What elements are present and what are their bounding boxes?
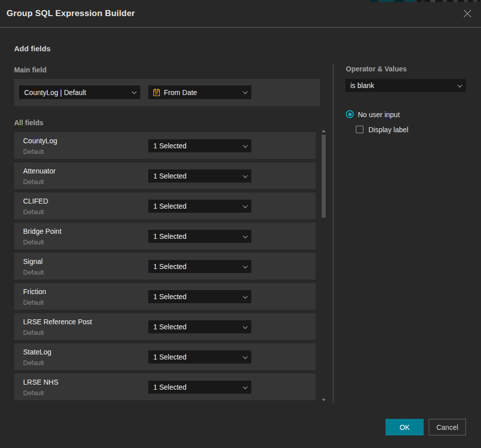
main-field-source-value: CountyLog | Default xyxy=(24,88,132,97)
field-selected-value: 1 Selected xyxy=(153,353,243,361)
main-field-field-value: From Date xyxy=(164,88,243,97)
main-field-source-select[interactable]: CountyLog | Default xyxy=(19,85,140,99)
group-sql-expression-builder-dialog: Group SQL Expression Builder Add fields … xyxy=(0,0,481,448)
all-fields-label: All fields xyxy=(14,119,43,127)
field-selected-value: 1 Selected xyxy=(153,262,243,271)
background-app-fragment xyxy=(443,0,447,2)
background-app-fragment xyxy=(379,0,394,2)
field-subtitle: Default xyxy=(23,238,44,246)
field-name: CountyLog xyxy=(23,137,57,145)
background-app-fragment xyxy=(417,0,421,2)
field-selected-value: 1 Selected xyxy=(153,172,243,180)
background-app-fragment xyxy=(370,0,377,2)
chevron-down-icon xyxy=(243,354,248,359)
scrollbar-down-arrow-icon[interactable] xyxy=(322,399,326,401)
operator-values-label: Operator & Values xyxy=(346,65,407,73)
field-row: FrictionDefault1 Selected xyxy=(14,283,316,310)
field-row: StateLogDefault1 Selected xyxy=(14,343,316,370)
field-row: Bridge PointDefault1 Selected xyxy=(14,223,316,249)
chevron-down-icon xyxy=(243,324,248,329)
no-user-input-label: No user input xyxy=(358,111,400,119)
field-subtitle: Default xyxy=(23,359,44,367)
field-name: CLIFED xyxy=(23,197,48,205)
background-app-fragment xyxy=(464,0,468,2)
chevron-down-icon xyxy=(243,294,248,299)
field-selected-select[interactable]: 1 Selected xyxy=(148,290,251,303)
field-selected-select[interactable]: 1 Selected xyxy=(148,169,251,183)
radio-dot xyxy=(348,113,352,116)
cancel-button[interactable]: Cancel xyxy=(429,419,466,435)
chevron-down-icon xyxy=(132,89,137,94)
background-app-fragment xyxy=(430,0,435,2)
background-app-fragment xyxy=(473,0,477,2)
field-selected-value: 1 Selected xyxy=(153,142,243,150)
field-selected-select[interactable]: 1 Selected xyxy=(148,381,251,394)
chevron-down-icon xyxy=(243,384,248,389)
main-field-label: Main field xyxy=(14,66,47,74)
display-label-checkbox[interactable] xyxy=(356,126,363,133)
operator-value: is blank xyxy=(350,81,457,89)
field-subtitle: Default xyxy=(23,148,44,155)
field-subtitle: Default xyxy=(23,299,44,306)
main-field-panel: CountyLog | Default From Date xyxy=(14,79,320,106)
field-selected-select[interactable]: 1 Selected xyxy=(148,350,251,364)
operator-select[interactable]: is blank xyxy=(345,79,466,92)
field-selected-value: 1 Selected xyxy=(153,323,243,331)
titlebar-divider xyxy=(0,27,481,28)
field-subtitle: Default xyxy=(23,329,44,336)
field-name: LRSE NHS xyxy=(23,378,58,386)
panel-divider xyxy=(333,64,334,403)
chevron-down-icon xyxy=(243,173,248,178)
chevron-down-icon xyxy=(243,263,248,268)
background-app-fragment xyxy=(396,0,404,2)
field-row: CountyLogDefault1 Selected xyxy=(14,132,316,159)
field-subtitle: Default xyxy=(23,268,44,276)
chevron-down-icon xyxy=(243,233,248,238)
close-icon[interactable] xyxy=(463,9,473,19)
field-row: LRSE NHSDefault1 Selected xyxy=(14,374,316,400)
dialog-title: Group SQL Expression Builder xyxy=(7,9,135,19)
field-selected-select[interactable]: 1 Selected xyxy=(148,200,251,213)
field-selected-select[interactable]: 1 Selected xyxy=(148,230,251,243)
field-name: Friction xyxy=(23,288,46,296)
field-selected-value: 1 Selected xyxy=(153,232,243,240)
main-field-field-select[interactable]: From Date xyxy=(148,85,251,99)
scrollbar-thumb[interactable] xyxy=(322,135,326,218)
field-name: StateLog xyxy=(23,348,51,356)
background-app-fragment xyxy=(405,0,415,2)
field-name: Attenuator xyxy=(23,167,56,175)
chevron-down-icon xyxy=(457,82,462,87)
field-selected-value: 1 Selected xyxy=(153,202,243,210)
background-app-fragment xyxy=(453,0,458,2)
scrollbar-up-arrow-icon[interactable] xyxy=(322,130,326,132)
calendar-icon xyxy=(153,88,160,96)
field-row: LRSE Reference PostDefault1 Selected xyxy=(14,313,316,340)
chevron-down-icon xyxy=(243,203,248,208)
field-row: SignalDefault1 Selected xyxy=(14,253,316,280)
field-selected-select[interactable]: 1 Selected xyxy=(148,260,251,273)
add-fields-heading: Add fields xyxy=(14,44,51,53)
field-subtitle: Default xyxy=(23,389,44,397)
field-selected-value: 1 Selected xyxy=(153,383,243,391)
field-subtitle: Default xyxy=(23,178,44,186)
field-selected-value: 1 Selected xyxy=(153,293,243,301)
field-row: AttenuatorDefault1 Selected xyxy=(14,162,316,189)
chevron-down-icon xyxy=(243,143,248,148)
field-selected-select[interactable]: 1 Selected xyxy=(148,139,251,152)
field-name: Bridge Point xyxy=(23,227,61,235)
field-subtitle: Default xyxy=(23,208,44,216)
ok-button[interactable]: OK xyxy=(386,419,424,435)
field-row: CLIFEDDefault1 Selected xyxy=(14,193,316,219)
chevron-down-icon xyxy=(243,89,248,94)
field-name: Signal xyxy=(23,257,43,265)
field-selected-select[interactable]: 1 Selected xyxy=(148,320,251,333)
display-label-label: Display label xyxy=(368,126,408,134)
field-name: LRSE Reference Post xyxy=(23,318,92,326)
